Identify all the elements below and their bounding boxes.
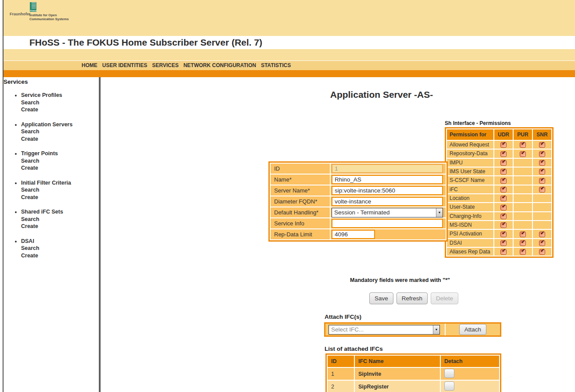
checkbox-checked-icon[interactable]: ✔	[539, 249, 545, 255]
sidebar-group-label[interactable]: Trigger Points	[21, 150, 98, 157]
sidebar-link-create[interactable]: Create	[21, 223, 98, 230]
permission-label: PSI Activation	[447, 230, 493, 238]
sidebar-link-search[interactable]: Search	[21, 186, 98, 194]
sidebar-link-search[interactable]: Search	[21, 157, 98, 165]
permission-label: Location	[447, 194, 493, 202]
default-handling-select[interactable]: Session - Terminated▼	[332, 208, 443, 217]
sidebar-link-create[interactable]: Create	[21, 106, 98, 114]
server-name-field[interactable]	[332, 186, 443, 195]
sidebar-group-label[interactable]: Shared iFC Sets	[21, 208, 98, 216]
sidebar-link-search[interactable]: Search	[21, 99, 98, 107]
ifc-col-header: Detach	[441, 356, 499, 367]
nav-statistics[interactable]: STATISTICS	[261, 61, 291, 70]
checkbox-checked-icon[interactable]: ✔	[500, 214, 507, 219]
sidebar-link-create[interactable]: Create	[21, 135, 98, 143]
checkbox-checked-icon[interactable]: ✔	[500, 196, 507, 201]
save-button[interactable]: Save	[369, 292, 393, 304]
frame-border-left	[3, 0, 4, 392]
nav-services[interactable]: SERVICES	[152, 61, 179, 70]
sidebar-link-search[interactable]: Search	[21, 245, 98, 252]
refresh-button[interactable]: Refresh	[396, 292, 428, 304]
checkbox-checked-icon[interactable]: ✔	[520, 232, 526, 237]
ifc-name: SipRegister	[355, 381, 440, 392]
checkbox-checked-icon[interactable]: ✔	[500, 222, 507, 228]
attach-button[interactable]: Attach	[459, 324, 486, 335]
permissions-col-header: SNR	[533, 129, 551, 140]
checkbox-checked-icon[interactable]: ✔	[539, 240, 545, 246]
checkbox-checked-icon[interactable]: ✔	[539, 169, 545, 175]
sidebar-link-search[interactable]: Search	[21, 128, 98, 135]
sidebar-group-label[interactable]: Initial Filter Criteria	[21, 179, 98, 187]
check-glyph: ✔	[521, 141, 525, 146]
ifc-col-header: IFC Name	[355, 356, 440, 367]
checkbox-checked-icon[interactable]: ✔	[539, 178, 545, 184]
permission-cell-udr: ✔	[494, 185, 513, 193]
checkbox-checked-icon[interactable]: ✔	[500, 169, 507, 175]
attach-ifc-box: Select IFC... ▼ Attach	[324, 322, 501, 337]
permission-cell-udr: ✔	[494, 230, 513, 238]
form-value-cell	[331, 185, 446, 196]
checkbox-checked-icon[interactable]: ✔	[539, 187, 545, 192]
delete-button[interactable]: Delete	[431, 292, 458, 304]
rep-data-limit-field[interactable]	[332, 230, 375, 239]
checkbox-checked-icon[interactable]: ✔	[539, 160, 545, 166]
permission-cell-snr: ✔	[533, 185, 551, 193]
sidebar-group-label[interactable]: Service Profiles	[21, 92, 98, 99]
permission-cell-snr: ✔	[533, 150, 551, 157]
checkbox-checked-icon[interactable]: ✔	[500, 151, 507, 157]
id-field[interactable]	[332, 164, 443, 173]
checkbox-checked-icon[interactable]: ✔	[500, 187, 507, 192]
permissions-row: Allowed Request✔✔✔	[447, 141, 551, 149]
checkbox-checked-icon[interactable]: ✔	[500, 249, 507, 255]
form-row: Default Handling*Session - Terminated▼	[271, 207, 446, 217]
nav-network-configuration[interactable]: NETWORK CONFIGURATION	[183, 61, 256, 70]
checkbox-checked-icon[interactable]: ✔	[520, 142, 526, 148]
dropdown-arrow-icon[interactable]: ▼	[433, 325, 439, 334]
checkbox-checked-icon[interactable]: ✔	[500, 240, 507, 246]
permission-cell-udr: ✔	[494, 141, 513, 149]
checkbox-checked-icon[interactable]: ✔	[520, 240, 526, 246]
checkbox-checked-icon[interactable]: ✔	[500, 178, 507, 184]
sidebar-group-label[interactable]: DSAI	[21, 238, 98, 245]
checkbox-checked-icon[interactable]: ✔	[500, 142, 507, 148]
form-row: Service Info	[271, 218, 446, 228]
check-glyph: ✔	[502, 167, 506, 173]
service-info-field[interactable]	[332, 219, 443, 228]
sidebar-link-create[interactable]: Create	[21, 252, 98, 260]
permission-label: IMS User State	[447, 167, 493, 175]
detach-button[interactable]	[444, 369, 454, 378]
name-field[interactable]	[332, 175, 443, 184]
app-title-band: FHoSS - The FOKUS Home Subscriber Server…	[3, 36, 575, 49]
sidebar-group-label[interactable]: Application Servers	[21, 121, 98, 128]
checkbox-checked-icon[interactable]: ✔	[500, 205, 507, 210]
permission-cell-pur: ✔	[514, 230, 532, 238]
checkbox-checked-icon[interactable]: ✔	[539, 151, 545, 157]
checkbox-checked-icon[interactable]: ✔	[500, 160, 507, 166]
diameter-fqdn-field[interactable]	[332, 197, 443, 206]
sidebar-title: Services	[4, 78, 98, 85]
dropdown-arrow-icon[interactable]: ▼	[436, 208, 443, 217]
permission-cell-udr: ✔	[494, 239, 513, 247]
checkbox-checked-icon[interactable]: ✔	[539, 142, 545, 148]
nav-home[interactable]: HOME	[82, 61, 97, 70]
sidebar-link-create[interactable]: Create	[21, 194, 98, 201]
attached-ifcs-table: IDIFC NameDetach 1SipInvite2SipRegister	[325, 353, 501, 392]
permissions-row: IMPU✔✔	[447, 159, 551, 167]
nav-user-identities[interactable]: USER IDENTITIES	[102, 61, 147, 70]
ifc-select-value: Select IFC...	[331, 326, 364, 333]
check-glyph: ✔	[502, 194, 506, 200]
permission-label: S-CSCF Name	[447, 176, 493, 184]
permissions-col-header: PUR	[514, 129, 532, 140]
detach-button[interactable]	[444, 381, 454, 391]
ifc-select[interactable]: Select IFC... ▼	[329, 325, 440, 335]
check-glyph: ✔	[502, 230, 506, 236]
checkbox-checked-icon[interactable]: ✔	[520, 249, 526, 255]
attach-button-cell: Attach	[446, 324, 500, 335]
checkbox-checked-icon[interactable]: ✔	[500, 232, 507, 237]
sidebar-link-search[interactable]: Search	[21, 216, 98, 223]
checkbox-checked-icon[interactable]: ✔	[539, 232, 545, 237]
checkbox-checked-icon[interactable]: ✔	[520, 151, 526, 157]
sidebar-link-create[interactable]: Create	[21, 164, 98, 172]
mandatory-note: Mandatory fields were marked with "*"	[268, 277, 532, 283]
check-glyph: ✔	[540, 239, 544, 245]
